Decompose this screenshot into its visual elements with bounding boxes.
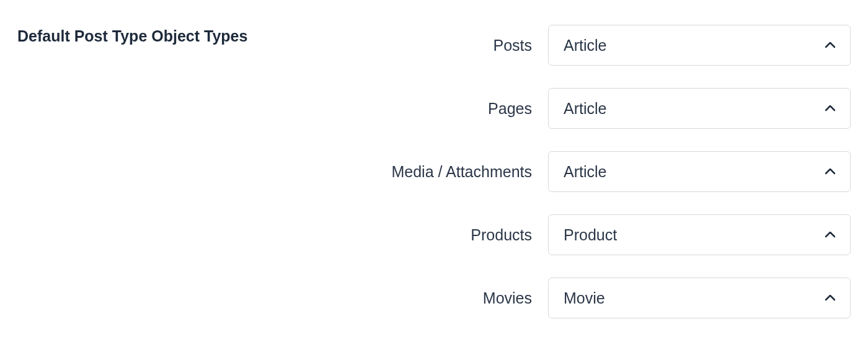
chevron-up-icon <box>825 103 835 113</box>
select-value-movies: Movie <box>564 289 605 307</box>
select-movies[interactable]: Movie <box>548 278 851 318</box>
field-row-pages: Pages Article <box>327 88 851 129</box>
field-label-media-attachments: Media / Attachments <box>391 163 532 181</box>
chevron-up-icon <box>825 40 835 50</box>
select-value-media-attachments: Article <box>564 163 606 181</box>
settings-section: Default Post Type Object Types Posts Art… <box>17 25 851 318</box>
field-label-posts: Posts <box>493 37 532 55</box>
chevron-up-icon <box>825 167 835 177</box>
field-row-movies: Movies Movie <box>327 278 851 318</box>
select-posts[interactable]: Article <box>548 25 851 66</box>
select-value-products: Product <box>564 226 617 244</box>
field-row-products: Products Product <box>327 214 851 255</box>
field-label-pages: Pages <box>488 100 532 118</box>
chevron-up-icon <box>825 230 835 240</box>
fields-list: Posts Article Pages Article Media / Atta… <box>327 25 851 318</box>
select-products[interactable]: Product <box>548 214 851 255</box>
section-title: Default Post Type Object Types <box>17 25 303 45</box>
select-media-attachments[interactable]: Article <box>548 151 851 192</box>
select-value-posts: Article <box>564 37 606 55</box>
select-pages[interactable]: Article <box>548 88 851 129</box>
field-label-products: Products <box>471 226 532 244</box>
field-row-posts: Posts Article <box>327 25 851 66</box>
field-row-media-attachments: Media / Attachments Article <box>327 151 851 192</box>
field-label-movies: Movies <box>483 289 532 307</box>
chevron-up-icon <box>825 293 835 303</box>
select-value-pages: Article <box>564 100 606 118</box>
